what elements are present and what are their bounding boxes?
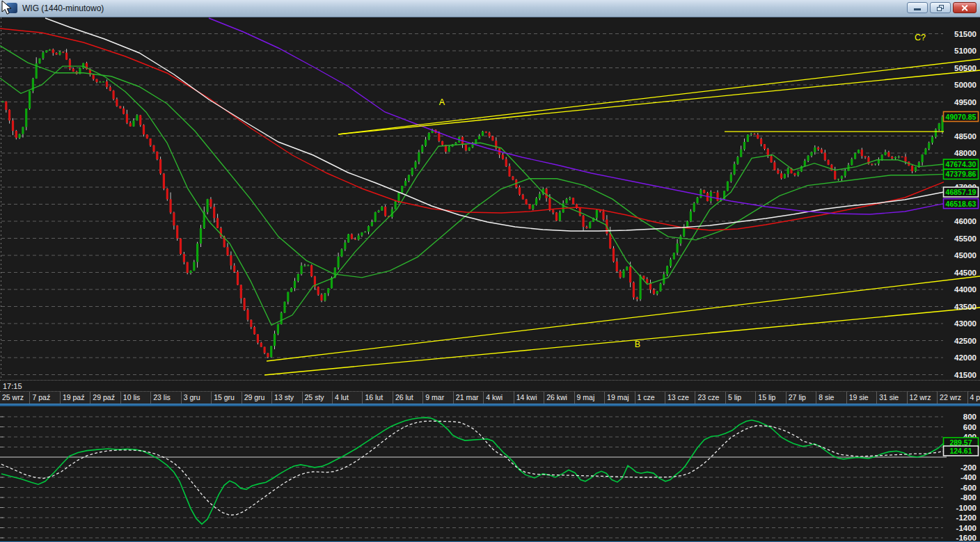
upper-channel-line-1[interactable] bbox=[338, 59, 980, 134]
minimize-icon bbox=[914, 8, 921, 10]
candle bbox=[438, 133, 440, 141]
candle bbox=[358, 236, 360, 240]
date-label: 13 cze bbox=[665, 392, 695, 404]
price-tick-label: 45000 bbox=[954, 251, 977, 260]
candle bbox=[15, 131, 17, 138]
indicator-tick-label: -400 bbox=[961, 473, 977, 481]
indicator-tick-label: -800 bbox=[961, 493, 977, 502]
candle bbox=[106, 81, 108, 87]
candle bbox=[931, 137, 933, 143]
candle bbox=[226, 247, 228, 255]
date-label: 22 wrz bbox=[937, 392, 967, 404]
close-icon bbox=[961, 4, 969, 12]
candle bbox=[193, 262, 195, 271]
candle bbox=[489, 133, 491, 136]
candle bbox=[421, 145, 423, 152]
lower-channel-line-1[interactable] bbox=[267, 276, 980, 361]
price-tick-label: 50000 bbox=[954, 81, 977, 89]
candle bbox=[891, 157, 893, 159]
candle bbox=[491, 136, 493, 141]
candle bbox=[690, 212, 692, 221]
candle bbox=[189, 271, 191, 273]
candle bbox=[207, 199, 209, 212]
candle bbox=[837, 179, 839, 180]
candle bbox=[455, 143, 457, 145]
candle bbox=[629, 266, 631, 282]
candle bbox=[468, 148, 471, 151]
date-label: 4 lut bbox=[332, 392, 362, 404]
candle bbox=[277, 324, 279, 334]
candle bbox=[596, 210, 598, 218]
restore-icon bbox=[937, 5, 944, 11]
ma-green-fast bbox=[0, 66, 944, 325]
candle bbox=[696, 198, 698, 203]
candle bbox=[150, 138, 152, 145]
date-label: 23 lis bbox=[150, 392, 180, 404]
candle bbox=[686, 221, 688, 227]
date-label: 15 gru bbox=[211, 392, 241, 404]
candle bbox=[176, 225, 178, 239]
date-label: 1 cze bbox=[635, 392, 665, 404]
candle bbox=[102, 81, 104, 82]
indicator-gridlines bbox=[0, 417, 943, 538]
candle bbox=[546, 189, 548, 198]
candle bbox=[180, 239, 182, 254]
ma-green-slow-price-box-value: 47379.86 bbox=[946, 170, 977, 178]
candle bbox=[478, 136, 480, 139]
candle bbox=[384, 207, 386, 216]
candle bbox=[132, 120, 134, 127]
indicator-tick-label: 600 bbox=[963, 423, 977, 431]
candle bbox=[69, 60, 71, 69]
price-chart-panel[interactable]: ABC?515005100050500500004950048500480004… bbox=[0, 17, 980, 380]
lower-channel-line-2[interactable] bbox=[264, 308, 980, 375]
close-button[interactable] bbox=[953, 2, 977, 13]
candle bbox=[99, 82, 101, 83]
candle bbox=[8, 110, 10, 121]
minimize-button[interactable] bbox=[907, 2, 928, 13]
candle bbox=[307, 265, 309, 266]
candle bbox=[428, 133, 430, 140]
candle bbox=[294, 281, 296, 288]
price-tick-label: 43000 bbox=[954, 319, 977, 328]
candle bbox=[146, 134, 148, 138]
ma-green-fast-price-box-value: 47674.30 bbox=[946, 160, 977, 168]
candle bbox=[619, 271, 622, 278]
candle bbox=[129, 123, 132, 127]
macd-indicator-panel[interactable]: 800600400-200-400-600-800-1000-1200-1400… bbox=[0, 406, 980, 541]
titlebar[interactable]: WIG (1440-minutowo) bbox=[0, 0, 980, 17]
price-tick-label: 42000 bbox=[954, 353, 977, 362]
candle bbox=[522, 195, 524, 200]
price-tick-label: 44000 bbox=[954, 285, 977, 294]
date-label: 8 sie bbox=[816, 392, 846, 404]
candle bbox=[448, 147, 450, 152]
last-update-time: 17:15 bbox=[3, 382, 22, 390]
signal-value-box-value: 124.61 bbox=[949, 447, 972, 455]
candle bbox=[780, 173, 782, 178]
candle bbox=[62, 52, 64, 53]
candle bbox=[757, 135, 759, 139]
time-row: 17:15 bbox=[0, 380, 980, 391]
candle bbox=[344, 243, 346, 250]
candle bbox=[482, 131, 484, 136]
candle bbox=[589, 222, 591, 228]
candle bbox=[122, 109, 125, 114]
candle bbox=[216, 218, 219, 228]
candle bbox=[404, 181, 406, 186]
price-tick-label: 48500 bbox=[954, 132, 977, 141]
candle bbox=[42, 52, 44, 58]
ma-purple bbox=[209, 18, 944, 214]
candle bbox=[320, 295, 322, 301]
candle bbox=[274, 334, 276, 346]
date-label: 12 wrz bbox=[907, 392, 937, 404]
candle bbox=[485, 131, 487, 133]
price-tick-label: 46000 bbox=[954, 217, 977, 225]
restore-button[interactable] bbox=[930, 2, 951, 13]
candle bbox=[280, 312, 283, 324]
candle bbox=[93, 74, 95, 79]
candle bbox=[764, 144, 766, 149]
price-tick-label: 45500 bbox=[954, 234, 977, 243]
date-label: 16 lut bbox=[362, 392, 392, 404]
ma-purple-price-box-value: 46518.63 bbox=[946, 200, 977, 208]
candle bbox=[928, 143, 930, 148]
candle bbox=[828, 160, 830, 165]
